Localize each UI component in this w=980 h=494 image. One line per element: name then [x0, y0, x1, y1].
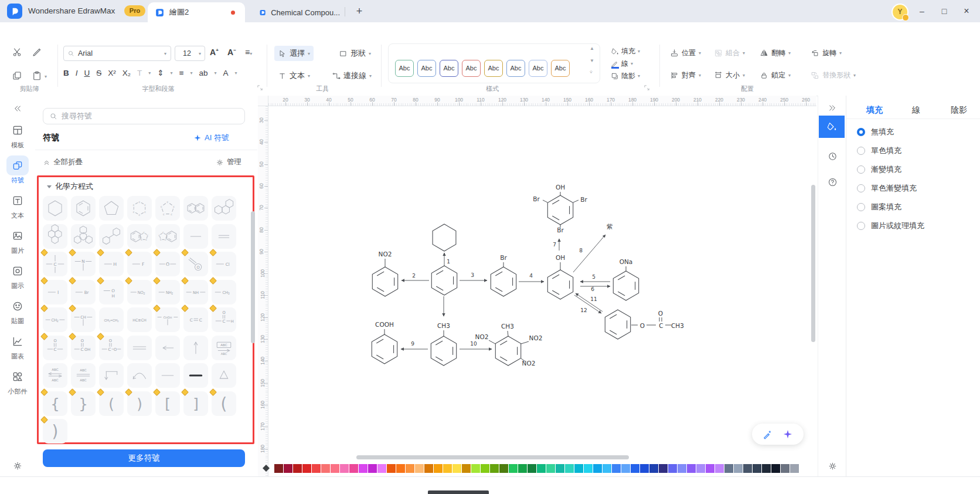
- symbol-cell-carbO[interactable]: OCO: [99, 336, 124, 360]
- color-swatch[interactable]: [574, 464, 583, 473]
- symbol-cell-tCHOH[interactable]: CHOH: [155, 307, 180, 332]
- tab-line[interactable]: 線: [912, 105, 920, 116]
- fill-option-無填充[interactable]: 無填充: [857, 127, 894, 137]
- color-swatch[interactable]: [293, 464, 302, 473]
- symbol-cell-hex[interactable]: [43, 196, 67, 221]
- style-preset-2[interactable]: Abc: [440, 60, 458, 77]
- tab-fill[interactable]: 填充: [866, 105, 883, 116]
- sidebar-item-文本[interactable]: 文本: [0, 191, 35, 220]
- symbol-cell-arrL[interactable]: [155, 336, 180, 360]
- symbol-cell-sline[interactable]: [183, 224, 208, 249]
- symbol-cell-braceL[interactable]: {: [43, 391, 67, 416]
- close-button[interactable]: ×: [957, 0, 976, 22]
- symbol-cell-brackR[interactable]: ]: [183, 391, 208, 416]
- style-scroll-up-icon[interactable]: ▲: [590, 46, 594, 51]
- collapse-panel-icon[interactable]: [828, 103, 837, 113]
- color-swatch[interactable]: [753, 464, 761, 473]
- sidebar-item-圖片[interactable]: 圖片: [0, 226, 35, 255]
- symbol-section-header[interactable]: 化學方程式: [47, 181, 93, 192]
- color-swatch[interactable]: [790, 464, 799, 473]
- format-button-4[interactable]: X²: [108, 69, 116, 77]
- symbol-cell-angArr[interactable]: [99, 363, 124, 388]
- color-swatch[interactable]: [312, 464, 321, 473]
- format-dropdown-icon[interactable]: ▾: [148, 70, 151, 76]
- sidebar-item-圖示[interactable]: 圖示: [0, 261, 35, 290]
- symbol-cell-carbH[interactable]: OCH: [212, 307, 236, 332]
- color-swatch[interactable]: [452, 464, 461, 473]
- format-button-3[interactable]: S: [96, 69, 101, 77]
- color-swatch[interactable]: [434, 464, 443, 473]
- color-swatch[interactable]: [274, 464, 283, 473]
- color-swatch[interactable]: [481, 464, 489, 473]
- arrange-size-button[interactable]: 大小▾: [714, 70, 745, 80]
- more-symbols-button[interactable]: 更多符號: [43, 449, 245, 467]
- font-size-select[interactable]: 12 ▾: [175, 46, 205, 61]
- symbol-cell-tCH2[interactable]: CH2: [43, 307, 67, 332]
- symbol-cell-tNH2[interactable]: NH2: [155, 280, 180, 304]
- format-dropdown-icon[interactable]: ▾: [235, 70, 237, 76]
- color-swatch[interactable]: [781, 464, 790, 473]
- shadow-button[interactable]: 陰影▾: [611, 71, 640, 81]
- color-swatch[interactable]: [424, 464, 433, 473]
- symbol-cell-tH[interactable]: H: [99, 252, 124, 276]
- collapse-all-button[interactable]: 全部折疊: [43, 157, 83, 167]
- manage-symbols-button[interactable]: 管理: [216, 157, 241, 167]
- arrange-align-button[interactable]: 對齊▾: [670, 70, 701, 80]
- symbol-cell-parL[interactable]: (: [99, 391, 124, 416]
- arrange-rotate-button[interactable]: 旋轉▾: [811, 48, 842, 58]
- style-more-icon[interactable]: ⩒: [590, 69, 593, 75]
- shrink-font-button[interactable]: A−: [227, 48, 236, 57]
- sidebar-item-模板[interactable]: 模板: [0, 120, 35, 150]
- color-swatch[interactable]: [387, 464, 396, 473]
- symbol-search-input[interactable]: 搜尋符號: [43, 108, 245, 124]
- symbol-cell-tCH2CH2[interactable]: CH2=CH2: [99, 307, 124, 332]
- format-button-9[interactable]: ab: [199, 69, 208, 77]
- new-tab-button[interactable]: +: [352, 4, 367, 19]
- color-swatch[interactable]: [499, 464, 508, 473]
- symbol-cell-parL2[interactable]: (: [212, 391, 236, 416]
- radio-icon[interactable]: [857, 147, 865, 155]
- symbol-cell-pyrene[interactable]: [43, 224, 67, 249]
- color-swatch[interactable]: [462, 464, 471, 473]
- symbol-cell-crossN[interactable]: N: [71, 252, 96, 276]
- symbol-cell-carbOH[interactable]: OCOH: [71, 336, 96, 360]
- sidebar-item-圖表[interactable]: 圖表: [0, 331, 35, 361]
- symbol-cell-abcFrac[interactable]: ABCABC: [71, 363, 96, 388]
- connector-tool-button[interactable]: 連接線▾: [328, 68, 375, 83]
- format-button-1[interactable]: I: [76, 69, 78, 77]
- style-dialog-launcher-icon[interactable]: [644, 84, 650, 91]
- fill-option-單色漸變填充[interactable]: 單色漸變填充: [857, 183, 917, 194]
- symbol-cell-crossC[interactable]: C: [43, 252, 67, 276]
- sidebar-settings-icon[interactable]: [12, 461, 23, 471]
- symbol-cell-abcEq[interactable]: ABCABC: [43, 363, 67, 388]
- color-swatch[interactable]: [528, 464, 536, 473]
- color-swatch[interactable]: [340, 464, 349, 473]
- symbol-cell-tNO2[interactable]: NO2: [127, 280, 152, 304]
- symbol-cell-pentc[interactable]: ccccc: [155, 196, 180, 221]
- align-text-button[interactable]: ≡▾: [245, 48, 252, 57]
- text-tool-button[interactable]: 文本▾: [274, 68, 314, 83]
- fill-option-圖案填充[interactable]: 圖案填充: [857, 202, 901, 212]
- color-swatch[interactable]: [302, 464, 311, 473]
- radio-icon[interactable]: [857, 165, 865, 174]
- style-scroll-down-icon[interactable]: ▼: [590, 58, 594, 63]
- arrange-lock-button[interactable]: 鎖定▾: [760, 70, 791, 80]
- format-dropdown-icon[interactable]: ▾: [171, 70, 173, 76]
- tab-shadow[interactable]: 陰影: [951, 105, 967, 116]
- format-button-10[interactable]: A: [223, 69, 229, 77]
- symbol-cell-braceR[interactable]: }: [71, 391, 96, 416]
- color-swatch[interactable]: [715, 464, 724, 473]
- color-swatch[interactable]: [377, 464, 386, 473]
- format-button-2[interactable]: U: [84, 69, 90, 77]
- color-swatch[interactable]: [359, 464, 368, 473]
- paste-icon[interactable]: [32, 70, 42, 81]
- format-dropdown-icon[interactable]: ▾: [215, 70, 217, 76]
- color-picker-icon[interactable]: [261, 463, 271, 473]
- color-swatch[interactable]: [331, 464, 339, 473]
- color-swatch[interactable]: [471, 464, 480, 473]
- maximize-button[interactable]: □: [934, 0, 954, 22]
- color-swatch[interactable]: [593, 464, 602, 473]
- paste-dropdown-icon[interactable]: ▾: [45, 74, 47, 79]
- color-swatch[interactable]: [584, 464, 593, 473]
- format-button-6[interactable]: T: [137, 69, 142, 77]
